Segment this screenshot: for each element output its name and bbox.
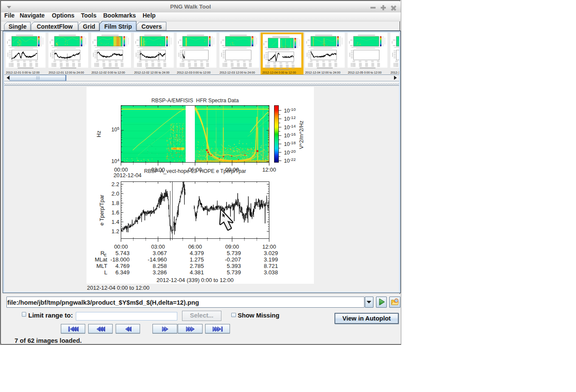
svg-text:L: L: [104, 269, 107, 275]
svg-text:00:00: 00:00: [114, 243, 128, 249]
svg-text:3.199: 3.199: [263, 256, 278, 262]
svg-text:5.393: 5.393: [227, 262, 241, 269]
svg-text:Film Strip: Film Strip: [104, 23, 132, 30]
svg-text:Hz: Hz: [96, 131, 102, 137]
svg-text:1.275: 1.275: [189, 256, 203, 262]
svg-text:10-14: 10-14: [284, 123, 295, 130]
svg-text:6.349: 6.349: [115, 269, 129, 275]
svg-text:10-16: 10-16: [284, 132, 295, 139]
svg-text:2.0: 2.0: [111, 190, 119, 196]
svg-text:8.258: 8.258: [152, 262, 167, 269]
svg-text:4.381: 4.381: [189, 269, 203, 275]
svg-text:03:00: 03:00: [151, 243, 164, 249]
svg-text:3.038: 3.038: [263, 269, 278, 275]
svg-text:e Tperp/Tpar: e Tperp/Tpar: [99, 194, 105, 225]
svg-text:5.739: 5.739: [227, 269, 241, 275]
svg-text:1.4: 1.4: [111, 218, 119, 225]
svg-text:10-12: 10-12: [284, 115, 295, 122]
svg-text:Covers: Covers: [141, 23, 162, 30]
svg-text:-18.000: -18.000: [110, 256, 129, 262]
svg-text:10-18: 10-18: [284, 140, 295, 147]
svg-text:12:00: 12:00: [262, 166, 276, 172]
svg-text:2012-12-04 (339) 0:00 to 12:00: 2012-12-04 (339) 0:00 to 12:00: [156, 276, 233, 283]
svg-text:3.029: 3.029: [263, 249, 278, 256]
svg-text:V^2/m^2/Hz: V^2/m^2/Hz: [298, 120, 304, 149]
svg-text:MLT: MLT: [96, 262, 107, 269]
svg-text:2.2: 2.2: [111, 181, 119, 187]
svg-text:5.739: 5.739: [227, 249, 241, 256]
svg-text:RBSP-A/EMFISIS HFR Spectra Da: RBSP-A/EMFISIS HFR Spectra Data: [151, 97, 239, 103]
svg-text:104: 104: [111, 157, 119, 164]
svg-text:10-20: 10-20: [284, 148, 295, 155]
svg-text:5.743: 5.743: [115, 249, 129, 256]
svg-text:3.286: 3.286: [152, 269, 167, 275]
svg-text:4.769: 4.769: [115, 262, 129, 269]
svg-text:12:00: 12:00: [262, 243, 276, 249]
svg-text:105: 105: [111, 125, 119, 132]
svg-text:1.6: 1.6: [111, 209, 119, 215]
svg-text:8.721: 8.721: [263, 262, 278, 269]
svg-text:Grid: Grid: [83, 23, 96, 30]
svg-text:Single: Single: [9, 23, 27, 30]
svg-text:2012-12-04: 2012-12-04: [113, 172, 141, 178]
svg-text:1.8: 1.8: [111, 199, 119, 206]
svg-text:4.379: 4.379: [189, 249, 203, 256]
svg-text:1.2: 1.2: [111, 228, 119, 234]
svg-text:2.785: 2.785: [189, 262, 203, 269]
svg-text:MLat: MLat: [95, 256, 107, 262]
svg-text:10-22: 10-22: [284, 157, 295, 164]
svg-text:-0.207: -0.207: [225, 256, 241, 262]
svg-text:RBSP-A_vect-hope-L3 HOPE e Tp: RBSP-A_vect-hope-L3 HOPE e Tperp/Tpar: [144, 168, 246, 174]
svg-text:-14.960: -14.960: [147, 256, 167, 262]
svg-text:3.067: 3.067: [152, 249, 167, 256]
svg-text:09:00: 09:00: [225, 243, 239, 249]
svg-text:06:00: 06:00: [188, 243, 202, 249]
svg-text:10-10: 10-10: [284, 107, 295, 113]
svg-text:ContextFlow: ContextFlow: [37, 23, 73, 30]
